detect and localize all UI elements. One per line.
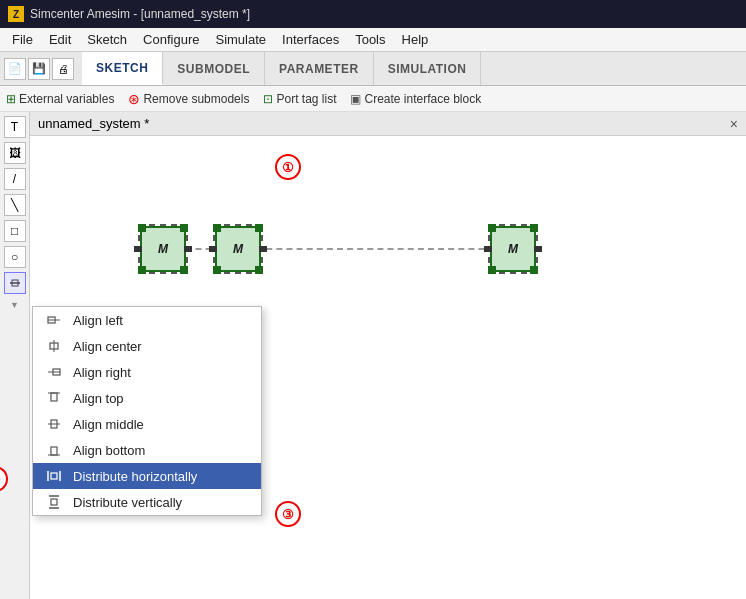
- component-2[interactable]: M: [215, 226, 261, 272]
- menu-item-align-left[interactable]: Align left: [33, 307, 261, 333]
- distribute-v-icon: [45, 494, 63, 510]
- align-right-label: Align right: [73, 365, 131, 380]
- port-left-1: [134, 246, 142, 252]
- menu-file[interactable]: File: [4, 30, 41, 49]
- tab-bar: 📄 💾 🖨 SKETCH SUBMODEL PARAMETER SIMULATI…: [0, 52, 746, 86]
- corner-br-1: [180, 266, 188, 274]
- annotation-3: ③: [275, 501, 301, 527]
- action-create-interface[interactable]: ▣ Create interface block: [350, 92, 481, 106]
- distribute-h-icon: [45, 468, 63, 484]
- port-left-3: [484, 246, 492, 252]
- menu-bar: File Edit Sketch Configure Simulate Inte…: [0, 28, 746, 52]
- menu-interfaces[interactable]: Interfaces: [274, 30, 347, 49]
- sidebar-text-tool[interactable]: T: [4, 116, 26, 138]
- menu-sketch[interactable]: Sketch: [79, 30, 135, 49]
- create-interface-icon: ▣: [350, 92, 361, 106]
- menu-configure[interactable]: Configure: [135, 30, 207, 49]
- canvas-title-bar: unnamed_system * ×: [30, 112, 746, 136]
- port-tag-label: Port tag list: [276, 92, 336, 106]
- connection-line: [145, 248, 535, 250]
- corner-bl-1: [138, 266, 146, 274]
- distribute-v-label: Distribute vertically: [73, 495, 182, 510]
- sidebar-ellipse-tool[interactable]: ○: [4, 246, 26, 268]
- component-label-1: M: [158, 242, 168, 256]
- action-remove-submodels[interactable]: ⊛ Remove submodels: [128, 91, 249, 107]
- component-3[interactable]: M: [490, 226, 536, 272]
- external-vars-label: External variables: [19, 92, 114, 106]
- action-port-tag[interactable]: ⊡ Port tag list: [263, 92, 336, 106]
- corner-tl-2: [213, 224, 221, 232]
- svg-rect-9: [51, 393, 57, 401]
- align-center-label: Align center: [73, 339, 142, 354]
- align-right-icon: [45, 364, 63, 380]
- menu-simulate[interactable]: Simulate: [207, 30, 274, 49]
- tab-submodel[interactable]: SUBMODEL: [163, 52, 265, 85]
- annotation-1: ①: [275, 154, 301, 180]
- sidebar-rect-tool[interactable]: □: [4, 220, 26, 242]
- align-bottom-icon: [45, 442, 63, 458]
- remove-submodels-label: Remove submodels: [143, 92, 249, 106]
- menu-item-distribute-v[interactable]: Distribute vertically: [33, 489, 261, 515]
- menu-item-align-bottom[interactable]: Align bottom: [33, 437, 261, 463]
- menu-item-align-center[interactable]: Align center: [33, 333, 261, 359]
- align-middle-label: Align middle: [73, 417, 144, 432]
- svg-rect-16: [51, 473, 57, 479]
- sidebar-line-tool[interactable]: /: [4, 168, 26, 190]
- align-left-label: Align left: [73, 313, 123, 328]
- sidebar-align-chevron[interactable]: ▼: [10, 300, 19, 310]
- menu-item-align-middle[interactable]: Align middle: [33, 411, 261, 437]
- app-icon: Z: [8, 6, 24, 22]
- action-bar: ⊞ External variables ⊛ Remove submodels …: [0, 86, 746, 112]
- corner-tr-3: [530, 224, 538, 232]
- align-top-label: Align top: [73, 391, 124, 406]
- canvas-title: unnamed_system *: [38, 116, 149, 131]
- toolbar-icons: 📄 💾 🖨: [4, 52, 74, 85]
- component-label-3: M: [508, 242, 518, 256]
- menu-help[interactable]: Help: [394, 30, 437, 49]
- left-sidebar: T 🖼 / ╲ □ ○ ▼ ②: [0, 112, 30, 599]
- sidebar-image-tool[interactable]: 🖼: [4, 142, 26, 164]
- svg-rect-13: [51, 447, 57, 455]
- canvas-content[interactable]: ① M: [30, 136, 746, 599]
- annotation-2: ②: [0, 466, 8, 492]
- menu-edit[interactable]: Edit: [41, 30, 79, 49]
- align-dropdown-menu: Align left Align center: [32, 306, 262, 516]
- tab-sketch[interactable]: SKETCH: [82, 52, 163, 85]
- menu-item-align-top[interactable]: Align top: [33, 385, 261, 411]
- sidebar-align-tool[interactable]: [4, 272, 26, 294]
- menu-item-align-right[interactable]: Align right: [33, 359, 261, 385]
- port-tag-icon: ⊡: [263, 92, 273, 106]
- corner-tl-1: [138, 224, 146, 232]
- create-interface-label: Create interface block: [364, 92, 481, 106]
- sidebar-diagonal-tool[interactable]: ╲: [4, 194, 26, 216]
- canvas-close-button[interactable]: ×: [730, 116, 738, 132]
- toolbar-btn-2[interactable]: 💾: [28, 58, 50, 80]
- port-right-3: [534, 246, 542, 252]
- align-middle-icon: [45, 416, 63, 432]
- toolbar-btn-3[interactable]: 🖨: [52, 58, 74, 80]
- toolbar-btn-1[interactable]: 📄: [4, 58, 26, 80]
- distribute-h-label: Distribute horizontally: [73, 469, 197, 484]
- svg-rect-19: [51, 499, 57, 505]
- align-center-icon: [45, 338, 63, 354]
- action-external-variables[interactable]: ⊞ External variables: [6, 92, 114, 106]
- align-top-icon: [45, 390, 63, 406]
- corner-tr-1: [180, 224, 188, 232]
- external-vars-icon: ⊞: [6, 92, 16, 106]
- menu-item-distribute-h[interactable]: Distribute horizontally: [33, 463, 261, 489]
- port-right-1: [184, 246, 192, 252]
- component-1[interactable]: M: [140, 226, 186, 272]
- remove-submodels-icon: ⊛: [128, 91, 140, 107]
- corner-tr-2: [255, 224, 263, 232]
- canvas-area: unnamed_system * × ① M: [30, 112, 746, 599]
- tab-simulation[interactable]: SIMULATION: [374, 52, 482, 85]
- corner-bl-3: [488, 266, 496, 274]
- menu-tools[interactable]: Tools: [347, 30, 393, 49]
- corner-tl-3: [488, 224, 496, 232]
- tab-parameter[interactable]: PARAMETER: [265, 52, 374, 85]
- corner-br-3: [530, 266, 538, 274]
- align-left-icon: [45, 312, 63, 328]
- component-label-2: M: [233, 242, 243, 256]
- window-title: Simcenter Amesim - [unnamed_system *]: [30, 7, 250, 21]
- align-bottom-label: Align bottom: [73, 443, 145, 458]
